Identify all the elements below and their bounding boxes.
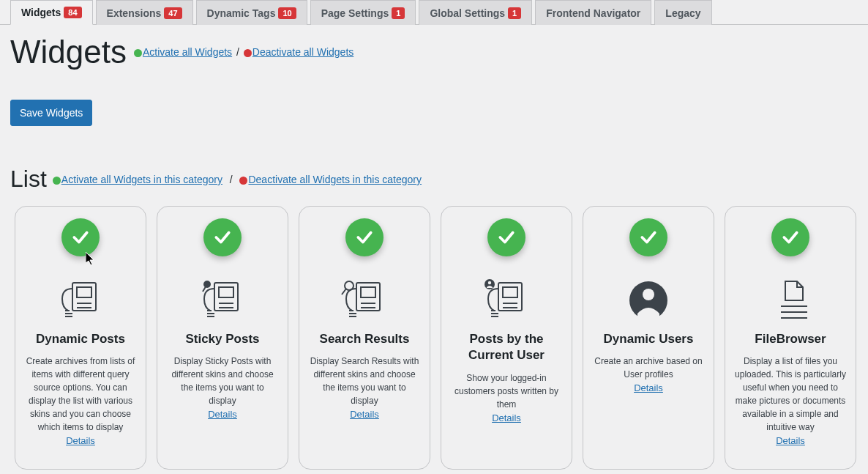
separator: /	[236, 46, 239, 58]
toggle-check-icon[interactable]	[629, 218, 667, 256]
widget-card-title: Sticky Posts	[185, 331, 259, 347]
widget-card-description: Display a list of files you uploaded. Th…	[734, 355, 847, 434]
details-link[interactable]: Details	[350, 409, 379, 420]
tab-global-settings[interactable]: Global Settings1	[419, 0, 532, 25]
svg-rect-3	[77, 287, 91, 297]
widget-card-title: FileBrowser	[755, 331, 826, 347]
widget-card-title: Posts by the Current User	[450, 331, 563, 363]
tab-badge: 1	[508, 7, 521, 19]
svg-point-21	[488, 281, 491, 284]
widget-card: Dynamic UsersCreate an archive based on …	[583, 206, 714, 470]
tab-label: Frontend Navigator	[546, 7, 640, 19]
svg-point-23	[643, 289, 654, 300]
widget-card-description: Create archives from lists of items with…	[24, 355, 137, 434]
details-link[interactable]: Details	[492, 412, 521, 423]
section-header: List Activate all Widgets in this catego…	[10, 166, 858, 193]
dot-red-icon	[244, 49, 252, 57]
tab-label: Extensions	[107, 7, 162, 19]
toggle-check-icon[interactable]	[61, 218, 100, 256]
toggle-check-icon[interactable]	[771, 218, 809, 256]
tab-extensions[interactable]: Extensions47	[96, 0, 193, 25]
widget-card-description: Display Sticky Posts with different skin…	[166, 355, 279, 407]
save-widgets-button[interactable]: Save Widgets	[10, 100, 92, 126]
widget-card-description: Create an archive based on User profiles	[592, 355, 705, 381]
section-title: List	[10, 166, 47, 193]
page-title: Widgets	[10, 34, 127, 70]
tab-label: Legacy	[665, 7, 700, 19]
tab-label: Widgets	[21, 7, 61, 18]
deactivate-category-link[interactable]: Deactivate all Widgets in this category	[248, 174, 422, 185]
svg-rect-7	[219, 287, 233, 297]
pin-doc-icon	[197, 278, 248, 322]
widget-card: Search ResultsDisplay Search Results wit…	[299, 206, 430, 470]
widget-card-title: Dynamic Posts	[36, 331, 125, 347]
widget-card-description: Show your logged-in customers posts writ…	[450, 371, 563, 411]
widget-card-title: Search Results	[320, 331, 410, 347]
details-link[interactable]: Details	[776, 435, 805, 446]
tab-legacy[interactable]: Legacy	[654, 0, 711, 25]
tab-bar: Widgets84Extensions47Dynamic Tags10Page …	[0, 0, 868, 25]
widget-cards-grid: Dynamic PostsCreate archives from lists …	[10, 206, 858, 470]
search-doc-icon	[339, 278, 390, 322]
activate-all-link[interactable]: Activate all Widgets	[143, 46, 232, 58]
toggle-check-icon[interactable]	[345, 218, 384, 256]
tab-widgets[interactable]: Widgets84	[10, 0, 93, 25]
user-circle-icon	[623, 278, 674, 322]
separator: /	[227, 174, 236, 185]
toggle-check-icon[interactable]	[203, 218, 242, 256]
deactivate-all-link[interactable]: Deactivate all Widgets	[252, 46, 354, 58]
tab-badge: 10	[278, 7, 296, 19]
widget-card: Posts by the Current UserShow your logge…	[441, 206, 572, 470]
doc-stack-icon	[55, 278, 106, 322]
dot-green-icon	[53, 177, 61, 185]
tab-badge: 84	[64, 7, 81, 18]
tab-badge: 47	[164, 7, 182, 19]
toggle-check-icon[interactable]	[487, 218, 525, 256]
details-link[interactable]: Details	[208, 409, 237, 420]
tab-label: Global Settings	[430, 7, 505, 19]
widget-card-title: Dynamic Users	[604, 331, 694, 347]
widget-card: Sticky PostsDisplay Sticky Posts with di…	[157, 206, 288, 470]
page-header: Widgets Activate all Widgets / Deactivat…	[10, 34, 858, 70]
widget-card-description: Display Search Results with different sk…	[308, 355, 421, 407]
tab-badge: 1	[392, 7, 405, 19]
svg-line-15	[342, 289, 346, 295]
dot-green-icon	[134, 49, 142, 57]
tab-label: Page Settings	[321, 7, 389, 19]
tab-label: Dynamic Tags	[207, 7, 276, 19]
tab-dynamic-tags[interactable]: Dynamic Tags10	[196, 0, 307, 25]
tab-frontend-navigator[interactable]: Frontend Navigator	[535, 0, 651, 25]
activate-category-link[interactable]: Activate all Widgets in this category	[61, 174, 222, 185]
svg-rect-13	[361, 287, 375, 297]
tab-page-settings[interactable]: Page Settings1	[310, 0, 416, 25]
widget-card: FileBrowserDisplay a list of files you u…	[725, 206, 856, 470]
svg-rect-19	[503, 287, 517, 297]
details-link[interactable]: Details	[634, 382, 663, 393]
widget-card: Dynamic PostsCreate archives from lists …	[15, 206, 146, 470]
user-doc-icon	[481, 278, 532, 322]
dot-red-icon	[239, 177, 247, 185]
file-lines-icon	[765, 278, 816, 322]
details-link[interactable]: Details	[66, 435, 95, 446]
